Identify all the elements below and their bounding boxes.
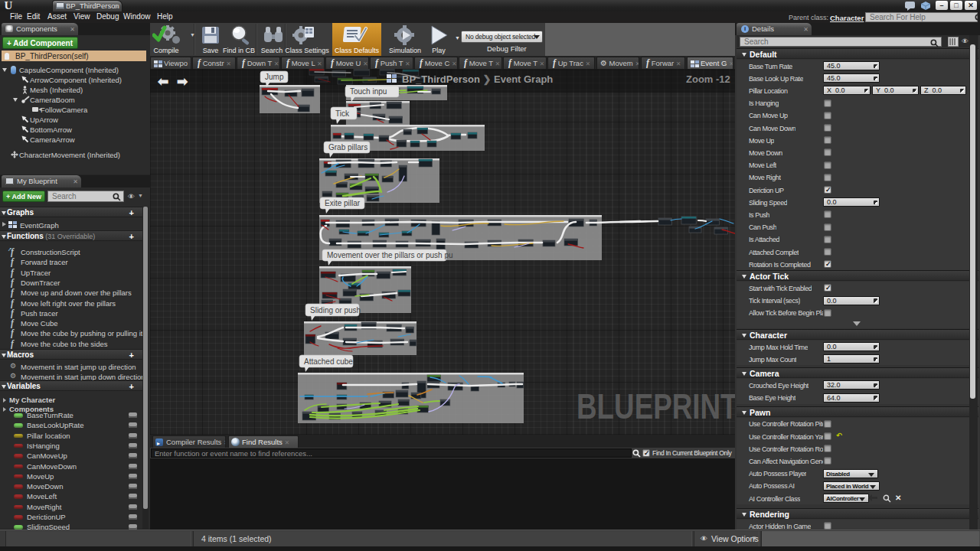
svg-text:Jump: Jump [265, 73, 284, 81]
svg-text:Touch inpu: Touch inpu [350, 87, 387, 96]
svg-text:Movement over the pillars or p: Movement over the pillars or push pu [327, 251, 453, 259]
svg-text:Sliding or push: Sliding or push [310, 306, 361, 315]
svg-text:Grab pillars: Grab pillars [328, 143, 368, 152]
svg-text:Exite pillar: Exite pillar [325, 199, 361, 207]
svg-text:Tick: Tick [335, 109, 350, 118]
svg-text:Attached cube: Attached cube [304, 357, 353, 366]
